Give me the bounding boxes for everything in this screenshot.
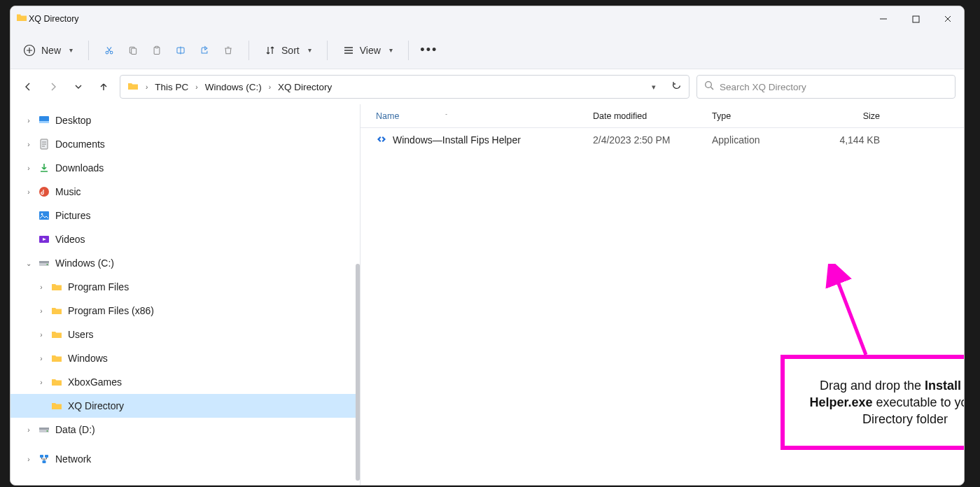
tree-item-icon — [37, 424, 51, 435]
annotation-text: Drag and drop the Install Fips Helper.ex… — [803, 377, 965, 428]
tree-item-label: Videos — [55, 234, 85, 245]
svg-rect-5 — [132, 48, 136, 54]
svg-point-22 — [47, 430, 48, 432]
tree-item[interactable]: ›Downloads — [10, 156, 360, 180]
tree-item-label: Windows — [68, 353, 108, 364]
sort-ascending-icon: ˆ — [445, 113, 447, 119]
more-button[interactable]: ••• — [419, 38, 440, 62]
svg-point-19 — [47, 264, 48, 265]
separator — [408, 41, 409, 60]
share-button[interactable] — [194, 38, 215, 62]
tree-item[interactable]: ›Program Files (x86) — [10, 299, 360, 323]
column-name[interactable]: Name ˆ — [376, 111, 593, 121]
new-label: New — [41, 45, 61, 56]
svg-rect-7 — [155, 46, 158, 48]
tree-item[interactable]: XQ Directory — [10, 394, 360, 418]
new-button[interactable]: New ▾ — [18, 38, 78, 62]
tree-item[interactable]: ›XboxGames — [10, 370, 360, 394]
tree-item-icon — [37, 257, 51, 269]
tree-item-icon — [50, 305, 64, 316]
forward-button[interactable] — [44, 78, 62, 96]
expand-chevron-icon[interactable]: › — [33, 331, 50, 339]
tree-item[interactable]: ›Users — [10, 323, 360, 346]
navigation-tree: ›Desktop›Documents›Downloads›MusicPictur… — [10, 104, 360, 485]
recent-button[interactable] — [69, 78, 88, 96]
expand-chevron-icon[interactable]: › — [20, 188, 37, 196]
tree-item-icon — [37, 139, 51, 150]
tree-item-label: Data (D:) — [55, 424, 95, 435]
expand-chevron-icon[interactable]: › — [33, 283, 50, 291]
sort-button[interactable]: Sort ▾ — [259, 38, 317, 62]
minimize-button[interactable] — [867, 6, 899, 31]
tree-item[interactable]: Pictures — [10, 204, 360, 227]
tree-item[interactable]: ›Documents — [10, 132, 360, 156]
tree-item[interactable]: ⌄Windows (C:) — [10, 251, 360, 275]
tree-item[interactable]: ›Music — [10, 180, 360, 204]
rename-button[interactable] — [170, 38, 191, 62]
expand-chevron-icon[interactable]: › — [20, 117, 37, 125]
svg-rect-24 — [45, 455, 48, 458]
file-type: Application — [712, 134, 817, 146]
tree-item-label: Music — [55, 186, 81, 197]
explorer-window: XQ Directory New ▾ — [10, 6, 965, 486]
svg-rect-18 — [39, 261, 49, 263]
tree-item[interactable]: ›Data (D:) — [10, 418, 360, 442]
up-button[interactable] — [94, 78, 113, 96]
toolbar: New ▾ Sort ▾ View ▾ — [10, 31, 964, 69]
column-type[interactable]: Type — [712, 111, 817, 121]
search-input[interactable] — [720, 82, 948, 92]
view-button[interactable]: View ▾ — [337, 38, 398, 62]
close-button[interactable] — [932, 6, 964, 31]
column-size[interactable]: Size — [817, 111, 880, 121]
scrollbar-thumb[interactable] — [356, 264, 360, 481]
svg-line-26 — [834, 271, 866, 355]
expand-chevron-icon[interactable]: › — [33, 355, 50, 362]
expand-chevron-icon[interactable]: ⌄ — [20, 260, 37, 267]
view-label: View — [360, 45, 381, 56]
expand-chevron-icon[interactable]: › — [20, 456, 37, 463]
tree-item-label: Program Files — [68, 281, 129, 292]
annotation-callout: Drag and drop the Install Fips Helper.ex… — [780, 355, 965, 450]
search-bar[interactable] — [696, 75, 955, 99]
svg-rect-21 — [39, 428, 49, 430]
svg-rect-11 — [39, 121, 49, 123]
tree-item[interactable]: ›Windows — [10, 346, 360, 370]
chevron-right-icon: › — [269, 83, 271, 91]
tree-item[interactable]: Videos — [10, 227, 360, 251]
expand-chevron-icon[interactable]: › — [20, 164, 37, 172]
tree-item-label: Documents — [55, 139, 105, 150]
address-bar[interactable]: › This PC › Windows (C:) › XQ Directory … — [120, 75, 690, 99]
chevron-down-icon: ▾ — [308, 46, 312, 54]
copy-button[interactable] — [122, 38, 144, 62]
breadcrumb-root[interactable]: This PC — [155, 82, 188, 92]
expand-chevron-icon[interactable]: › — [20, 141, 37, 148]
search-icon — [704, 80, 714, 93]
file-size: 4,144 KB — [817, 134, 880, 146]
chevron-down-icon[interactable]: ▾ — [652, 83, 656, 92]
breadcrumb-drive[interactable]: Windows (C:) — [205, 82, 262, 92]
cut-button[interactable] — [99, 38, 120, 62]
delete-button[interactable] — [218, 38, 239, 62]
back-button[interactable] — [19, 78, 37, 96]
tree-item-icon — [37, 234, 51, 245]
svg-point-13 — [39, 187, 49, 197]
tree-item[interactable]: ›Desktop — [10, 108, 360, 132]
tree-item[interactable]: ›Network — [10, 447, 360, 471]
maximize-button[interactable] — [899, 6, 932, 31]
tree-item[interactable]: ›Program Files — [10, 275, 360, 299]
separator — [88, 41, 89, 60]
breadcrumb-folder[interactable]: XQ Directory — [278, 82, 332, 92]
column-date[interactable]: Date modified — [593, 111, 712, 121]
expand-chevron-icon[interactable]: › — [20, 426, 37, 434]
tree-item-icon — [50, 400, 64, 411]
tree-item-label: Network — [55, 453, 91, 465]
svg-point-9 — [706, 82, 712, 88]
paste-button[interactable] — [146, 38, 167, 62]
sort-label: Sort — [281, 45, 300, 56]
tree-item-label: Windows (C:) — [55, 257, 114, 269]
expand-chevron-icon[interactable]: › — [33, 379, 50, 386]
svg-rect-14 — [39, 211, 49, 220]
file-row[interactable]: Windows—Install Fips Helper2/4/2023 2:50… — [360, 128, 964, 152]
expand-chevron-icon[interactable]: › — [33, 307, 50, 315]
refresh-button[interactable] — [671, 80, 682, 93]
